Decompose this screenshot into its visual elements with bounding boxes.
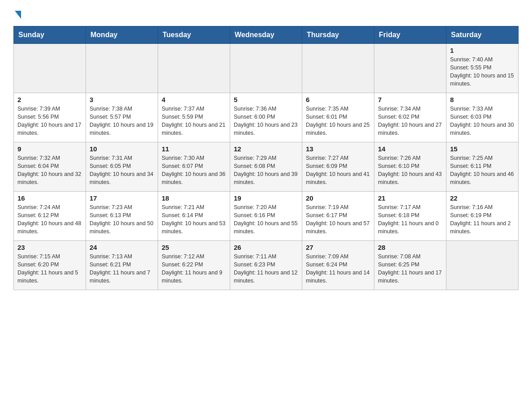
day-number: 5 [234,96,298,103]
day-info: Sunrise: 7:31 AM Sunset: 6:05 PM Dayligh… [90,154,154,187]
logo-arrow-icon [15,11,21,19]
day-number: 20 [306,194,370,202]
day-info: Sunrise: 7:09 AM Sunset: 6:24 PM Dayligh… [306,253,370,285]
day-number: 15 [450,145,515,153]
day-info: Sunrise: 7:29 AM Sunset: 6:08 PM Dayligh… [234,154,298,187]
day-info: Sunrise: 7:38 AM Sunset: 5:57 PM Dayligh… [90,105,154,137]
calendar-table: SundayMondayTuesdayWednesdayThursdayFrid… [13,26,519,290]
day-number: 16 [17,194,82,202]
day-info: Sunrise: 7:15 AM Sunset: 6:20 PM Dayligh… [17,253,82,285]
day-number: 11 [162,145,226,153]
day-number: 6 [306,96,370,103]
day-info: Sunrise: 7:27 AM Sunset: 6:09 PM Dayligh… [306,154,370,187]
calendar-cell: 18Sunrise: 7:21 AM Sunset: 6:14 PM Dayli… [158,192,230,241]
day-info: Sunrise: 7:17 AM Sunset: 6:18 PM Dayligh… [378,203,442,236]
calendar-cell [158,44,230,93]
day-info: Sunrise: 7:37 AM Sunset: 5:59 PM Dayligh… [162,105,226,137]
calendar-cell: 2Sunrise: 7:39 AM Sunset: 5:56 PM Daylig… [14,93,86,142]
day-info: Sunrise: 7:34 AM Sunset: 6:02 PM Dayligh… [378,105,442,137]
day-number: 12 [234,145,298,153]
week-row-4: 16Sunrise: 7:24 AM Sunset: 6:12 PM Dayli… [14,192,519,241]
day-number: 23 [17,244,82,251]
day-number: 18 [162,194,226,202]
calendar-cell: 25Sunrise: 7:12 AM Sunset: 6:22 PM Dayli… [158,241,230,290]
calendar-cell: 9Sunrise: 7:32 AM Sunset: 6:04 PM Daylig… [14,142,86,192]
calendar-cell: 12Sunrise: 7:29 AM Sunset: 6:08 PM Dayli… [230,142,302,192]
day-number: 26 [234,244,298,251]
day-number: 4 [162,96,226,103]
weekday-header-tuesday: Tuesday [158,26,230,44]
calendar-cell: 22Sunrise: 7:16 AM Sunset: 6:19 PM Dayli… [446,192,519,241]
week-row-5: 23Sunrise: 7:15 AM Sunset: 6:20 PM Dayli… [14,241,519,290]
calendar-cell: 26Sunrise: 7:11 AM Sunset: 6:23 PM Dayli… [230,241,302,290]
day-number: 1 [450,47,515,54]
day-number: 28 [378,244,442,251]
weekday-header-saturday: Saturday [446,26,519,44]
day-info: Sunrise: 7:26 AM Sunset: 6:10 PM Dayligh… [378,154,442,187]
calendar-cell: 20Sunrise: 7:19 AM Sunset: 6:17 PM Dayli… [302,192,374,241]
day-info: Sunrise: 7:23 AM Sunset: 6:13 PM Dayligh… [90,203,154,236]
week-row-1: 1Sunrise: 7:40 AM Sunset: 5:55 PM Daylig… [14,44,519,93]
weekday-header-sunday: Sunday [14,26,86,44]
logo [13,9,21,18]
day-info: Sunrise: 7:08 AM Sunset: 6:25 PM Dayligh… [378,253,442,285]
calendar-cell [374,44,446,93]
week-row-3: 9Sunrise: 7:32 AM Sunset: 6:04 PM Daylig… [14,142,519,192]
calendar-cell [302,44,374,93]
weekday-header-row: SundayMondayTuesdayWednesdayThursdayFrid… [14,26,519,44]
day-info: Sunrise: 7:35 AM Sunset: 6:01 PM Dayligh… [306,105,370,137]
calendar-cell: 23Sunrise: 7:15 AM Sunset: 6:20 PM Dayli… [14,241,86,290]
calendar-cell: 3Sunrise: 7:38 AM Sunset: 5:57 PM Daylig… [86,93,158,142]
day-number: 13 [306,145,370,153]
day-info: Sunrise: 7:16 AM Sunset: 6:19 PM Dayligh… [450,203,515,236]
day-info: Sunrise: 7:25 AM Sunset: 6:11 PM Dayligh… [450,154,515,187]
day-number: 3 [90,96,154,103]
calendar-cell: 17Sunrise: 7:23 AM Sunset: 6:13 PM Dayli… [86,192,158,241]
weekday-header-friday: Friday [374,26,446,44]
day-number: 21 [378,194,442,202]
weekday-header-thursday: Thursday [302,26,374,44]
day-info: Sunrise: 7:32 AM Sunset: 6:04 PM Dayligh… [17,154,82,187]
day-number: 2 [17,96,82,103]
page-header [13,9,519,18]
day-info: Sunrise: 7:11 AM Sunset: 6:23 PM Dayligh… [234,253,298,285]
calendar-cell: 19Sunrise: 7:20 AM Sunset: 6:16 PM Dayli… [230,192,302,241]
calendar-cell: 6Sunrise: 7:35 AM Sunset: 6:01 PM Daylig… [302,93,374,142]
calendar-cell [230,44,302,93]
calendar-cell: 27Sunrise: 7:09 AM Sunset: 6:24 PM Dayli… [302,241,374,290]
day-number: 24 [90,244,154,251]
calendar-cell: 10Sunrise: 7:31 AM Sunset: 6:05 PM Dayli… [86,142,158,192]
weekday-header-monday: Monday [86,26,158,44]
weekday-header-wednesday: Wednesday [230,26,302,44]
calendar-cell: 14Sunrise: 7:26 AM Sunset: 6:10 PM Dayli… [374,142,446,192]
day-info: Sunrise: 7:21 AM Sunset: 6:14 PM Dayligh… [162,203,226,236]
calendar-cell: 28Sunrise: 7:08 AM Sunset: 6:25 PM Dayli… [374,241,446,290]
calendar-cell: 13Sunrise: 7:27 AM Sunset: 6:09 PM Dayli… [302,142,374,192]
calendar-cell: 7Sunrise: 7:34 AM Sunset: 6:02 PM Daylig… [374,93,446,142]
day-number: 27 [306,244,370,251]
calendar-cell: 11Sunrise: 7:30 AM Sunset: 6:07 PM Dayli… [158,142,230,192]
calendar-cell: 4Sunrise: 7:37 AM Sunset: 5:59 PM Daylig… [158,93,230,142]
calendar-cell [86,44,158,93]
day-info: Sunrise: 7:12 AM Sunset: 6:22 PM Dayligh… [162,253,226,285]
day-info: Sunrise: 7:24 AM Sunset: 6:12 PM Dayligh… [17,203,82,236]
day-info: Sunrise: 7:40 AM Sunset: 5:55 PM Dayligh… [450,56,515,88]
calendar-cell: 1Sunrise: 7:40 AM Sunset: 5:55 PM Daylig… [446,44,519,93]
day-info: Sunrise: 7:20 AM Sunset: 6:16 PM Dayligh… [234,203,298,236]
day-number: 25 [162,244,226,251]
day-number: 9 [17,145,82,153]
calendar-cell [14,44,86,93]
day-number: 22 [450,194,515,202]
day-number: 14 [378,145,442,153]
calendar-cell: 21Sunrise: 7:17 AM Sunset: 6:18 PM Dayli… [374,192,446,241]
calendar-cell: 15Sunrise: 7:25 AM Sunset: 6:11 PM Dayli… [446,142,519,192]
day-number: 8 [450,96,515,103]
day-number: 19 [234,194,298,202]
day-info: Sunrise: 7:13 AM Sunset: 6:21 PM Dayligh… [90,253,154,285]
day-number: 17 [90,194,154,202]
day-number: 7 [378,96,442,103]
calendar-cell: 24Sunrise: 7:13 AM Sunset: 6:21 PM Dayli… [86,241,158,290]
day-info: Sunrise: 7:39 AM Sunset: 5:56 PM Dayligh… [17,105,82,137]
day-info: Sunrise: 7:33 AM Sunset: 6:03 PM Dayligh… [450,105,515,137]
calendar-cell: 8Sunrise: 7:33 AM Sunset: 6:03 PM Daylig… [446,93,519,142]
